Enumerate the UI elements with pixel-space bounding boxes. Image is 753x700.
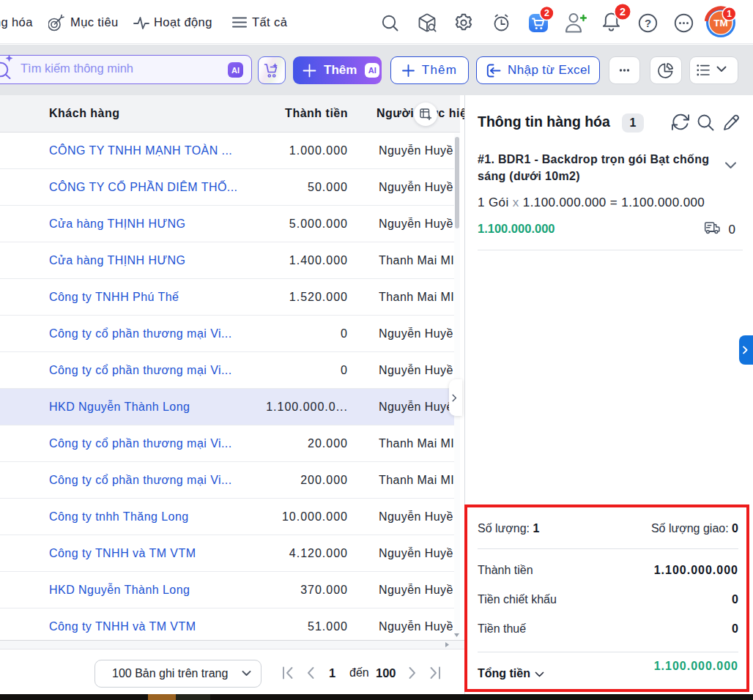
svg-text:?: ? [645,17,651,29]
svg-text:2: 2 [544,8,549,18]
svg-text:2: 2 [620,6,626,18]
svg-text:1: 1 [727,9,732,19]
